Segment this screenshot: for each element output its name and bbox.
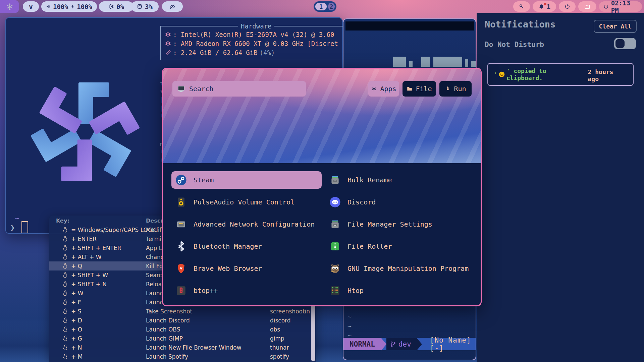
super-key-penguin-icon: [62, 344, 68, 351]
super-key-penguin-icon: [62, 290, 68, 296]
notification-badge-dot: [544, 3, 546, 5]
app-item-brave[interactable]: Brave Web Browser: [171, 260, 322, 277]
do-not-disturb-toggle[interactable]: [614, 38, 636, 49]
super-key-penguin-icon: [62, 245, 68, 251]
nixos-menu-button[interactable]: [0, 0, 19, 13]
keybind-row[interactable]: + OLaunch OBSobs: [49, 325, 311, 334]
terminal-cursor[interactable]: [21, 221, 28, 233]
volume-widget[interactable]: 100% 100%: [41, 1, 97, 12]
workspace-2[interactable]: 2: [328, 3, 335, 10]
tui-block: [421, 57, 430, 67]
tab-run[interactable]: Run: [439, 81, 472, 97]
keybind-description: Reloa: [146, 281, 162, 288]
super-key-penguin-icon: [62, 326, 68, 333]
keybind-combo: + Q: [62, 263, 82, 269]
keybind-row[interactable]: + GLaunch GIMPgimp: [49, 334, 311, 343]
disk-widget[interactable]: 3%: [131, 1, 159, 12]
app-item-file-roller[interactable]: File Roller: [325, 238, 479, 255]
workspace-1-active[interactable]: 1: [315, 3, 327, 10]
app-item-network[interactable]: Advanced Network Configuration: [171, 216, 322, 233]
keybind-command: screenshootin: [270, 308, 310, 315]
tab-file[interactable]: File: [402, 81, 436, 97]
brave-icon: [175, 263, 187, 274]
shell-tilde: ~: [15, 214, 19, 222]
folder-icon: [407, 86, 413, 92]
vim-git-segment: dev: [386, 338, 417, 350]
keybind-description: App L: [146, 245, 162, 251]
hardware-box-title: Hardware: [238, 22, 274, 30]
eye-off-icon: [169, 4, 175, 10]
vim-tilde: ~: [347, 322, 352, 330]
htop-icon: [329, 285, 341, 296]
app-item-discord[interactable]: Discord: [325, 193, 479, 211]
database-icon: [137, 4, 143, 9]
shell-prompt-chevron: ❯: [10, 223, 15, 232]
idle-inhibitor-widget[interactable]: [162, 1, 183, 12]
file-drawer-icon: [329, 219, 341, 230]
super-key-penguin-icon: [62, 299, 68, 305]
hardware-cpu-line: : Intel(R) Xeon(R) E5-2697A v4 (32) @ 3.…: [165, 30, 357, 39]
keybind-description: Modif: [146, 227, 162, 233]
hardware-gpu-line: : AMD Radeon RX 6600 XT @ 0.03 GHz [Disc…: [165, 39, 357, 48]
do-not-disturb-label: Do Not Disturb: [485, 41, 544, 49]
notification-message: ' ' copied to clipboard.: [493, 68, 586, 80]
tab-apps[interactable]: Apps: [368, 81, 399, 97]
key-column-header: Key:: [56, 218, 69, 224]
tui-block: [465, 59, 468, 67]
tui-block: [409, 61, 413, 67]
app-item-steam[interactable]: Steam: [171, 171, 322, 189]
fastfetch-hardware-box: Hardware : Intel(R) Xeon(R) E5-2697A v4 …: [160, 26, 362, 60]
notification-timestamp: 2 hours ago: [588, 68, 628, 80]
keybind-description: Launch New File Browser Window: [146, 344, 241, 351]
keybind-combo: + O: [62, 326, 82, 333]
super-key-penguin-icon: [62, 281, 68, 287]
bell-icon: [538, 4, 544, 10]
keybind-combo: + W: [62, 290, 83, 297]
keybind-description: Chang: [146, 254, 164, 260]
notification-card[interactable]: ' ' copied to clipboard. 2 hours ago: [487, 63, 634, 86]
app-item-btop[interactable]: btop++: [171, 282, 322, 299]
cpu-widget[interactable]: 0%: [99, 1, 133, 12]
keybind-description: Take Screenshot: [146, 308, 192, 315]
keybind-row[interactable]: + DLaunch Discorddiscord: [49, 316, 311, 325]
file-roller-icon: [329, 241, 341, 252]
app-item-fm-settings[interactable]: File Manager Settings: [325, 216, 479, 233]
nixos-logo: [23, 58, 147, 205]
keybind-combo: + ALT + W: [62, 254, 102, 260]
app-launcher-button[interactable]: v: [23, 1, 39, 12]
discord-icon: [329, 196, 341, 208]
app-item-bluetooth[interactable]: Bluetooth Manager: [171, 238, 322, 255]
clock-widget[interactable]: 02:13 PM: [599, 1, 642, 12]
tui-block: [433, 57, 462, 67]
keybind-command: thunar: [270, 344, 289, 351]
app-item-gimp[interactable]: GNU Image Manipulation Program: [325, 260, 479, 277]
keybind-row[interactable]: + STake Screenshotscreenshootin: [49, 307, 311, 316]
vim-tilde: ~: [347, 313, 352, 321]
clear-all-button[interactable]: Clear All: [594, 20, 637, 33]
keybind-combo: + ENTER: [62, 236, 97, 242]
pulseaudio-icon: [175, 196, 187, 208]
keybinds-widget[interactable]: [513, 1, 530, 12]
screen-widget[interactable]: [578, 1, 596, 12]
app-item-pavucontrol[interactable]: PulseAudio Volume Control: [171, 193, 322, 211]
app-item-bulk-rename[interactable]: Bulk Rename: [325, 171, 479, 189]
snowflake-icon: [6, 3, 13, 10]
keybind-description: Kill Fo: [146, 263, 163, 269]
notifications-panel: Notifications Clear All Do Not Disturb '…: [477, 13, 644, 362]
bluetooth-icon: [175, 241, 187, 252]
keybind-combo: = Windows/Super/CAPS LOCK: [62, 227, 156, 233]
microphone-icon: [71, 4, 75, 9]
snowflake-icon: [371, 86, 377, 92]
notifications-widget[interactable]: 1: [533, 1, 556, 12]
keybind-row[interactable]: + MLaunch Spotifyspotify: [49, 352, 311, 361]
ethernet-icon: [175, 219, 187, 230]
tui-block: [393, 57, 406, 67]
keybind-description: Launc: [146, 299, 163, 306]
keybind-description: Launch GIMP: [146, 335, 183, 342]
top-status-bar: v 100% 100% 0% 3% 1 2 1 02:13 PM: [0, 0, 644, 13]
search-input[interactable]: Search: [172, 81, 306, 97]
app-item-htop[interactable]: Htop: [325, 282, 479, 299]
keybind-row[interactable]: + NLaunch New File Browser Windowthunar: [49, 343, 311, 352]
keybind-combo: + N: [62, 344, 82, 351]
power-widget[interactable]: [559, 1, 576, 12]
